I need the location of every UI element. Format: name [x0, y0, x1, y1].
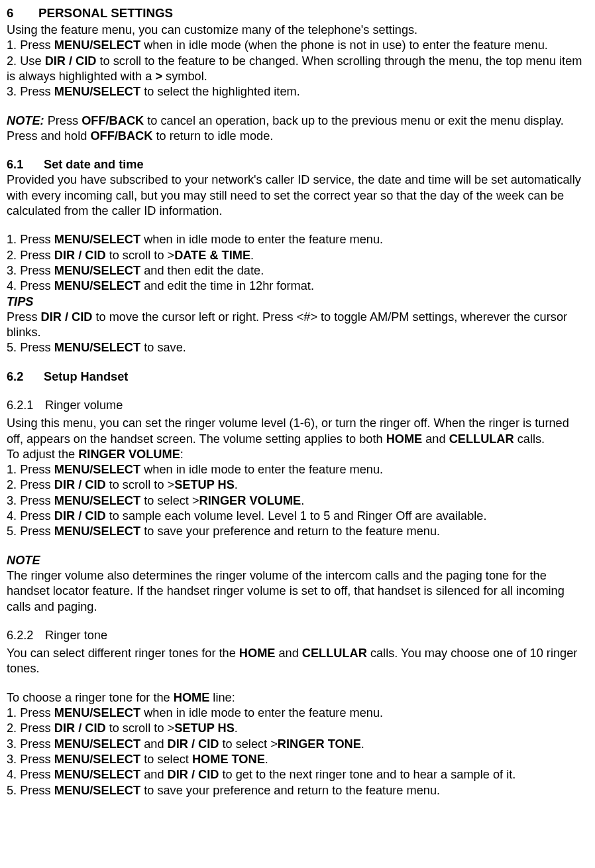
s621-p2: To adjust the RINGER VOLUME: — [7, 447, 588, 462]
s6-step3: 3. Press MENU/SELECT to select the highl… — [7, 84, 588, 99]
s621-step2: 2. Press DIR / CID to scroll to >SETUP H… — [7, 477, 588, 493]
s622-p1: You can select different ringer tones fo… — [7, 646, 588, 677]
s61-tips: Press DIR / CID to move the cursor left … — [7, 310, 588, 341]
heading-6-2: 6.2Setup Handset — [7, 369, 588, 385]
heading-6-1-title: Set date and time — [44, 158, 144, 171]
s6-note: NOTE: Press OFF/BACK to cancel an operat… — [7, 113, 588, 145]
s621-step3: 3. Press MENU/SELECT to select >RINGER V… — [7, 493, 588, 509]
s61-step1: 1. Press MENU/SELECT when in idle mode t… — [7, 232, 588, 247]
s622-step1: 1. Press MENU/SELECT when in idle mode t… — [7, 706, 588, 721]
heading-6-2-2-num: 6.2.2 — [7, 628, 45, 643]
heading-6-2-2-title: Ringer tone — [45, 629, 107, 642]
s6-step1: 1. Press MENU/SELECT when in idle mode (… — [7, 38, 588, 53]
s622-p2: To choose a ringer tone for the HOME lin… — [7, 690, 588, 706]
s622-step4: 4. Press MENU/SELECT and DIR / CID to ge… — [7, 767, 588, 782]
heading-6-2-1-num: 6.2.1 — [7, 398, 45, 413]
s61-intro: Provided you have subscribed to your net… — [7, 172, 588, 219]
s61-step2: 2. Press DIR / CID to scroll to >DATE & … — [7, 248, 588, 263]
s622-step5: 5. Press MENU/SELECT to save your prefer… — [7, 783, 588, 798]
heading-6-num: 6 — [7, 5, 38, 21]
heading-6-2-1-title: Ringer volume — [45, 399, 123, 412]
s61-step5: 5. Press MENU/SELECT to save. — [7, 340, 588, 355]
s621-step4: 4. Press DIR / CID to sample each volume… — [7, 509, 588, 524]
heading-6-2-1: 6.2.1Ringer volume — [7, 398, 588, 413]
s621-step1: 1. Press MENU/SELECT when in idle mode t… — [7, 462, 588, 477]
s61-step3: 3. Press MENU/SELECT and then edit the d… — [7, 263, 588, 279]
s621-note: The ringer volume also determines the ri… — [7, 568, 588, 615]
s621-p1: Using this menu, you can set the ringer … — [7, 416, 588, 447]
heading-6: 6PERSONAL SETTINGS — [7, 5, 588, 21]
s622-step3: 3. Press MENU/SELECT and DIR / CID to se… — [7, 737, 588, 752]
heading-6-title: PERSONAL SETTINGS — [38, 6, 173, 20]
s622-step3x: 3. Press MENU/SELECT to select HOME TONE… — [7, 752, 588, 767]
heading-6-2-title: Setup Handset — [44, 370, 128, 383]
s61-step4: 4. Press MENU/SELECT and edit the time i… — [7, 279, 588, 294]
s61-tips-label: TIPS — [7, 294, 588, 310]
s6-step2: 2. Use DIR / CID to scroll to the featur… — [7, 54, 588, 85]
s621-note-label: NOTE — [7, 553, 588, 568]
heading-6-2-2: 6.2.2Ringer tone — [7, 628, 588, 643]
s622-step2: 2. Press DIR / CID to scroll to >SETUP H… — [7, 721, 588, 736]
s6-intro: Using the feature menu, you can customiz… — [7, 23, 588, 38]
heading-6-1: 6.1Set date and time — [7, 157, 588, 172]
s621-step5: 5. Press MENU/SELECT to save your prefer… — [7, 524, 588, 539]
heading-6-1-num: 6.1 — [7, 157, 44, 172]
heading-6-2-num: 6.2 — [7, 369, 44, 385]
